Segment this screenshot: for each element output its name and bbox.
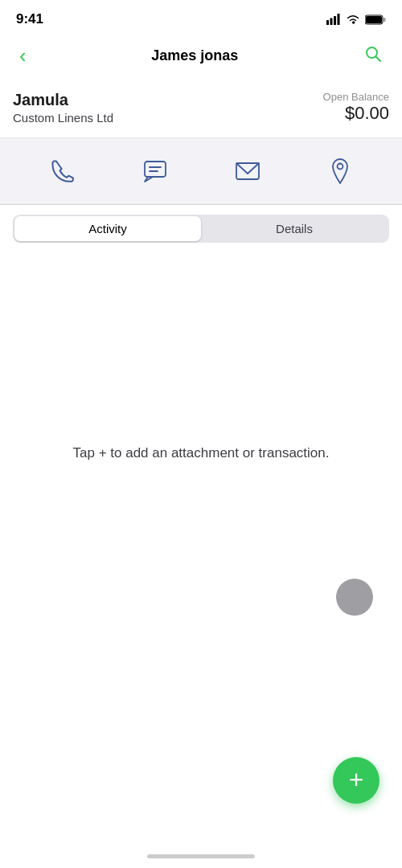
wifi-icon xyxy=(346,14,360,25)
segment-control: Activity Details xyxy=(13,215,389,243)
svg-rect-1 xyxy=(330,18,333,26)
add-button[interactable]: + xyxy=(333,757,379,804)
svg-rect-2 xyxy=(334,16,336,25)
location-button[interactable] xyxy=(316,151,364,191)
actions-row xyxy=(0,138,402,205)
svg-rect-9 xyxy=(145,162,166,177)
svg-rect-3 xyxy=(338,14,340,25)
add-icon: + xyxy=(349,767,364,792)
email-button[interactable] xyxy=(224,151,272,191)
battery-icon xyxy=(365,14,386,25)
svg-rect-6 xyxy=(384,18,386,22)
status-time: 9:41 xyxy=(16,11,43,27)
page-title: James jonas xyxy=(151,47,238,64)
message-button[interactable] xyxy=(131,151,179,191)
tab-details[interactable]: Details xyxy=(201,216,388,241)
svg-rect-5 xyxy=(366,16,382,23)
floating-handle xyxy=(336,579,373,616)
balance-label: Open Balance xyxy=(323,91,389,103)
home-indicator xyxy=(147,854,255,858)
tab-activity[interactable]: Activity xyxy=(14,216,201,241)
status-icons xyxy=(326,14,386,25)
balance-amount: $0.00 xyxy=(323,103,389,124)
empty-state-message: Tap + to add an attachment or transactio… xyxy=(73,443,330,464)
svg-point-13 xyxy=(337,164,343,170)
signal-icon xyxy=(326,14,341,25)
svg-rect-0 xyxy=(326,20,329,25)
status-bar: 9:41 xyxy=(0,0,402,34)
search-button[interactable] xyxy=(357,41,389,72)
phone-button[interactable] xyxy=(39,151,87,191)
svg-line-8 xyxy=(375,56,380,61)
nav-bar: ‹ James jonas xyxy=(0,34,402,81)
back-button[interactable]: ‹ xyxy=(13,40,33,72)
